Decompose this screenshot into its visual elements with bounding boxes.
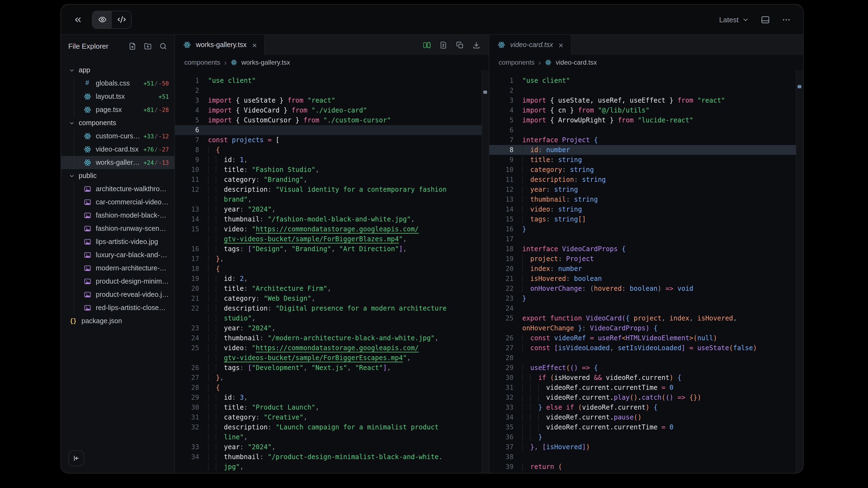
css-file-icon: # [83,79,91,88]
tab-label: video-card.tsx [510,41,553,49]
scrollbar-thumb[interactable] [798,85,801,88]
tree-file-lips-artistic-video.jpg[interactable]: lips-artistic-video.jpg [61,235,175,249]
breadcrumb-separator-icon: › [224,58,226,67]
line-number: 18 [175,264,208,274]
line-content [208,86,489,95]
tree-file-page.tsx[interactable]: page.tsx+81/-28 [61,103,175,117]
chevron-down-icon[interactable] [69,67,75,73]
line-content: title: "Fashion Studio", [208,165,489,175]
line-number: 32 [175,422,208,432]
line-content: gtv-videos-bucket/sample/ForBiggerBlazes… [208,234,489,244]
tree-file-video-card.tsx[interactable]: video-card.tsx+76/-27 [61,143,175,156]
panel-layout-icon[interactable] [761,15,770,24]
tree-file-package.json[interactable]: {}package.json [61,315,175,328]
line-number: 26 [175,363,208,373]
line-content: "use client" [522,76,803,86]
line-content: export function VideoCard({ project, ind… [522,313,803,323]
breadcrumb-file[interactable]: video-card.tsx [556,59,597,66]
download-icon[interactable] [472,41,480,49]
line-content: video: string [522,204,803,214]
line-content: title: string [522,155,803,165]
line-content: studio", [208,313,489,323]
tree-file-modern-architecture-[interactable]: modern-architecture-… [61,262,175,275]
line-content: }, [208,254,489,264]
preview-toggle-button[interactable] [92,11,112,28]
tree-file-globals.css[interactable]: #globals.css+51/-50 [61,77,175,90]
close-icon[interactable]: × [252,41,257,49]
tree-file-luxury-car-black-and-[interactable]: luxury-car-black-and-… [61,249,175,262]
line-content: import { ArrowUpRight } from "lucide-rea… [522,115,803,125]
line-content: onHoverChange: (hovered: boolean) => voi… [522,284,803,294]
code-line-22: 22 description: "Digital presence for a … [175,303,489,313]
close-icon[interactable]: × [558,41,563,49]
tree-file-fashion-runway-scen-[interactable]: fashion-runway-scen… [61,222,175,235]
code-line-30: 30 title: "Product Launch", [175,402,489,412]
code-line-23: 23 year: "2024", [175,323,489,333]
line-number: 29 [489,363,522,373]
tree-file-product-reveal-video.j-[interactable]: product-reveal-video.j… [61,288,175,301]
code-line-14: 14 thumbnail: "/fashion-model-black-and-… [175,214,489,224]
image-file-icon [83,185,91,193]
line-number: 17 [175,254,208,264]
new-folder-icon[interactable] [144,42,152,50]
tree-file-red-lips-artistic-close-[interactable]: red-lips-artistic-close… [61,301,175,315]
breadcrumb-folder[interactable]: components [499,59,535,66]
tree-file-product-design-minim-[interactable]: product-design-minim… [61,275,175,288]
code-line-16: 16} [489,224,803,234]
collapse-sidebar-button[interactable] [68,450,84,466]
line-number: 38 [489,452,522,462]
code-line-33: 33 } else if (videoRef.current) { [489,402,803,412]
line-content: import { VideoCard } from "./video-card" [208,105,489,115]
copy-icon[interactable] [456,41,464,49]
line-content: thumbnail: "/fashion-model-black-and-whi… [208,214,489,224]
line-number: 21 [175,294,208,303]
code-editor-video-card[interactable]: 1"use client"23import { useState, useRef… [489,70,803,473]
search-icon[interactable] [159,42,167,50]
line-content: import { CustomCursor } from "./custom-c… [208,115,489,125]
tree-file-fashion-model-black-[interactable]: fashion-model-black-… [61,209,175,222]
chevrons-left-icon[interactable] [73,15,83,24]
code-line-21: 21 isHovered: boolean [489,274,803,284]
tab-works-gallery[interactable]: works-gallery.tsx × [175,35,265,55]
chevron-down-icon[interactable] [69,173,75,179]
chevron-down-icon[interactable] [69,120,75,126]
code-line-15: 15 video: "https://commondatastorage.goo… [175,224,489,234]
code-line-28: 28 [489,353,803,363]
line-number: 1 [175,76,208,86]
code-line-18: 18interface VideoCardProps { [489,244,803,254]
tree-file-works-galler-[interactable]: works-galler…+24/-13 [61,156,175,169]
line-number: 6 [489,125,522,135]
scrollbar[interactable] [482,70,489,473]
line-number [175,194,208,204]
line-content: }, [208,373,489,383]
tree-folder-public[interactable]: public [61,169,175,183]
tree-file-custom-curs-[interactable]: custom-curs…+33/-12 [61,130,175,143]
line-content: category: "Web Design", [208,294,489,303]
new-file-icon[interactable] [128,42,136,50]
scrollbar[interactable] [796,70,803,473]
code-editor-works-gallery[interactable]: 1"use client"23import { useState } from … [175,70,489,473]
tabstrip-right: video-card.tsx × [489,35,803,55]
tree-file-architecture-walkthro-[interactable]: architecture-walkthro… [61,183,175,196]
version-dropdown[interactable]: Latest [719,15,749,24]
more-options-icon[interactable] [782,15,791,24]
file-diff-icon[interactable] [439,41,447,49]
scrollbar-thumb[interactable] [483,91,487,94]
tree-file-layout.tsx[interactable]: layout.tsx+51 [61,90,175,103]
breadcrumb-file[interactable]: works-gallery.tsx [241,59,290,66]
tab-video-card[interactable]: video-card.tsx × [489,35,571,55]
code-line-20: 20 index: number [489,264,803,274]
line-content: thumbnail: "/product-design-minimalist-b… [208,452,489,462]
line-number: 16 [489,224,522,234]
code-line-3: 3import { useState } from "react" [175,95,489,105]
split-view-icon[interactable] [423,41,431,49]
tree-folder-components[interactable]: components [61,117,175,130]
editor-window: Latest File Explorer app#globals.css+51 [61,4,804,474]
breadcrumb-folder[interactable]: components [184,59,220,66]
line-content: title: "Product Launch", [208,402,489,412]
code-line-32: 32 videoRef.current.play().catch(() => {… [489,393,803,402]
code-toggle-button[interactable] [112,11,131,28]
tree-folder-app[interactable]: app [61,64,175,77]
react-file-icon [183,41,191,49]
tree-file-car-commercial-video-[interactable]: car-commercial-video… [61,196,175,209]
